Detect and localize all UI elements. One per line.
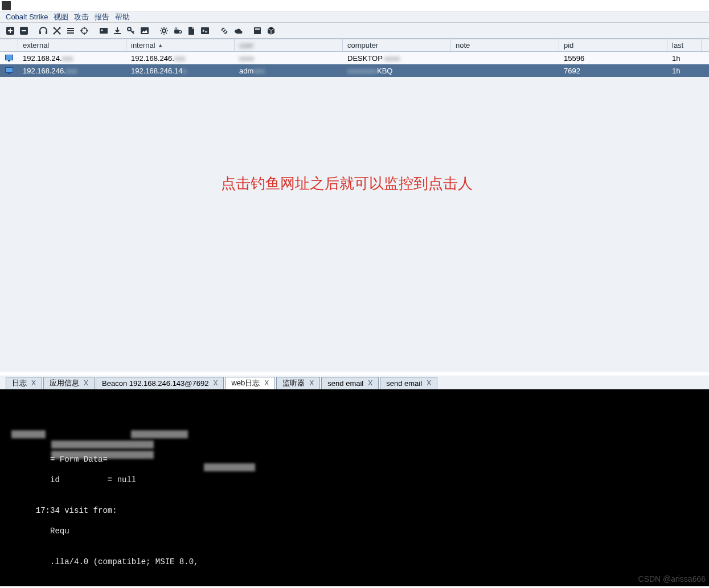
table-row[interactable]: 192.168.246.xxx 192.168.246.14x admxxx x… — [0, 64, 709, 77]
svg-rect-10 — [67, 32, 74, 34]
svg-point-5 — [59, 27, 61, 28]
annotation-text: 点击钓鱼网址之后就可以监控到点击人 — [221, 174, 473, 194]
card-icon[interactable] — [252, 25, 263, 36]
tab-weblog[interactable]: web日志X — [225, 377, 275, 389]
tab-beacon[interactable]: Beacon 192.168.246.143@7692X — [96, 377, 224, 389]
close-icon[interactable]: X — [368, 379, 372, 387]
svg-rect-19 — [201, 27, 209, 34]
svg-rect-20 — [254, 27, 261, 34]
menu-bar: Cobalt Strike 视图 攻击 报告 帮助 — [0, 11, 709, 23]
watermark: CSDN @arissa666 — [638, 574, 706, 584]
svg-rect-2 — [39, 31, 41, 34]
log-line: .lla/4.0 (compatible; MSIE 8.0, — [2, 557, 707, 567]
col-last[interactable]: last — [667, 39, 702, 51]
close-icon[interactable]: X — [84, 379, 88, 387]
tab-appinfo[interactable]: 应用信息X — [43, 377, 95, 389]
svg-rect-12 — [100, 28, 108, 34]
tab-log[interactable]: 日志X — [6, 377, 42, 389]
col-computer[interactable]: computer — [343, 39, 451, 51]
menu-item-view[interactable]: 视图 — [52, 12, 69, 22]
bottom-tabs: 日志X 应用信息X Beacon 192.168.246.143@7692X w… — [0, 376, 709, 389]
link-icon[interactable] — [219, 25, 230, 36]
svg-rect-21 — [255, 28, 260, 30]
app-icon — [2, 1, 11, 10]
cube-icon[interactable] — [265, 25, 277, 36]
svg-point-13 — [101, 29, 103, 31]
svg-rect-8 — [67, 28, 74, 29]
headphones-icon[interactable] — [38, 25, 49, 36]
close-icon[interactable]: X — [264, 379, 269, 387]
toolbar — [0, 23, 709, 39]
main-area: 点击钓鱼网址之后就可以监控到点击人 — [0, 77, 709, 372]
log-line: id = null — [2, 475, 707, 485]
monitor-icon — [5, 55, 13, 61]
tab-sendemail-2[interactable]: send emailX — [380, 377, 437, 389]
menu-item-attack[interactable]: 攻击 — [73, 12, 90, 22]
sort-asc-icon: ▲ — [158, 42, 163, 48]
table-header: external internal▲ user computer note pi… — [0, 39, 709, 52]
key-icon[interactable] — [125, 25, 137, 36]
terminal-icon[interactable] — [199, 25, 211, 36]
doc-icon[interactable] — [186, 25, 197, 36]
target-icon[interactable] — [79, 25, 90, 36]
beacons-table: external internal▲ user computer note pi… — [0, 39, 709, 77]
svg-rect-9 — [67, 30, 74, 31]
svg-rect-14 — [114, 33, 121, 34]
close-icon[interactable]: X — [309, 379, 314, 387]
cloud-icon[interactable] — [232, 25, 244, 36]
log-line: Requ — [2, 526, 707, 536]
monitor-icon — [5, 67, 13, 74]
log-output[interactable]: = Form Data= id = null 17:34 visit from:… — [0, 389, 709, 586]
list-icon[interactable] — [65, 25, 76, 36]
col-note[interactable]: note — [451, 39, 559, 51]
svg-rect-18 — [174, 30, 179, 34]
table-row[interactable]: 192.168.24.xxx 192.168.246.xxx xxxx DESK… — [0, 52, 709, 64]
close-icon[interactable]: X — [213, 379, 218, 387]
close-icon[interactable]: X — [31, 379, 36, 387]
menu-item-cobaltstrike[interactable]: Cobalt Strike — [5, 13, 49, 21]
download-icon[interactable] — [112, 25, 123, 36]
menu-item-help[interactable]: 帮助 — [114, 12, 131, 22]
col-external[interactable]: external — [18, 39, 126, 51]
image-icon[interactable] — [98, 25, 109, 36]
tab-listeners[interactable]: 监听器X — [276, 377, 320, 389]
svg-rect-16 — [141, 27, 149, 34]
minus-icon[interactable] — [18, 25, 30, 36]
svg-point-17 — [162, 29, 166, 32]
col-user[interactable]: user — [235, 39, 343, 51]
coffee-icon[interactable] — [172, 25, 183, 36]
close-icon[interactable]: X — [427, 379, 431, 387]
tab-sendemail-1[interactable]: send emailX — [321, 377, 379, 389]
col-internal[interactable]: internal▲ — [126, 39, 235, 51]
photo-icon[interactable] — [139, 25, 150, 36]
menu-item-report[interactable]: 报告 — [93, 12, 110, 22]
gear-icon[interactable] — [158, 25, 170, 36]
svg-rect-3 — [46, 31, 47, 34]
svg-point-7 — [59, 32, 61, 34]
add-icon[interactable] — [5, 25, 16, 36]
log-line: 17:34 visit from: — [2, 505, 707, 516]
col-pid[interactable]: pid — [559, 39, 667, 51]
svg-point-4 — [54, 27, 55, 28]
crossbones-icon[interactable] — [51, 25, 63, 36]
svg-point-6 — [54, 32, 55, 34]
